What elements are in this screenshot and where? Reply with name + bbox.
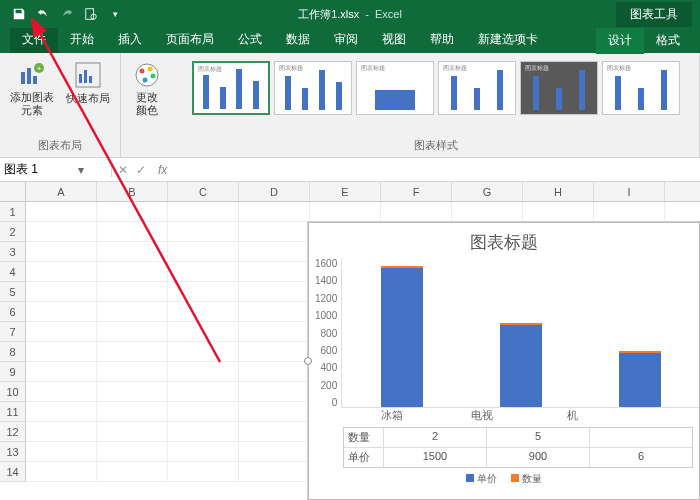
col-G[interactable]: G bbox=[452, 182, 523, 201]
cell[interactable] bbox=[26, 262, 97, 282]
row-header[interactable]: 2 bbox=[0, 222, 26, 242]
tab-formulas[interactable]: 公式 bbox=[226, 27, 274, 53]
tab-custom[interactable]: 新建选项卡 bbox=[466, 27, 550, 53]
cell[interactable] bbox=[594, 202, 665, 222]
cell[interactable] bbox=[239, 322, 310, 342]
cell[interactable] bbox=[97, 242, 168, 262]
col-I[interactable]: I bbox=[594, 182, 665, 201]
style-thumb-3[interactable]: 图表标题 bbox=[356, 61, 434, 115]
tab-design[interactable]: 设计 bbox=[596, 28, 644, 54]
undo-icon[interactable] bbox=[32, 3, 54, 25]
cell[interactable] bbox=[168, 202, 239, 222]
tab-file[interactable]: 文件 bbox=[10, 27, 58, 53]
name-box-dropdown-icon[interactable]: ▾ bbox=[74, 163, 88, 177]
cell[interactable] bbox=[26, 282, 97, 302]
cell[interactable] bbox=[239, 462, 310, 482]
cell[interactable] bbox=[168, 402, 239, 422]
cell[interactable] bbox=[26, 342, 97, 362]
style-thumb-1[interactable]: 图表标题 bbox=[192, 61, 270, 115]
enter-icon[interactable]: ✓ bbox=[136, 163, 146, 177]
col-D[interactable]: D bbox=[239, 182, 310, 201]
cell[interactable] bbox=[26, 402, 97, 422]
tab-view[interactable]: 视图 bbox=[370, 27, 418, 53]
cell[interactable] bbox=[239, 402, 310, 422]
cell[interactable] bbox=[239, 262, 310, 282]
cell[interactable] bbox=[26, 422, 97, 442]
preview-icon[interactable] bbox=[80, 3, 102, 25]
cell[interactable] bbox=[26, 242, 97, 262]
cell[interactable] bbox=[239, 442, 310, 462]
cell[interactable] bbox=[97, 382, 168, 402]
bar[interactable] bbox=[619, 351, 661, 407]
select-all-corner[interactable] bbox=[0, 182, 26, 201]
col-A[interactable]: A bbox=[26, 182, 97, 201]
col-C[interactable]: C bbox=[168, 182, 239, 201]
col-E[interactable]: E bbox=[310, 182, 381, 201]
chart-plot-area[interactable]: 16001400120010008006004002000 bbox=[309, 258, 699, 408]
name-box-input[interactable] bbox=[4, 163, 74, 177]
row-header[interactable]: 8 bbox=[0, 342, 26, 362]
cell[interactable] bbox=[97, 282, 168, 302]
cell[interactable] bbox=[239, 362, 310, 382]
cell[interactable] bbox=[239, 222, 310, 242]
row-header[interactable]: 5 bbox=[0, 282, 26, 302]
cell[interactable] bbox=[239, 302, 310, 322]
tab-format[interactable]: 格式 bbox=[644, 28, 692, 54]
tab-page-layout[interactable]: 页面布局 bbox=[154, 27, 226, 53]
change-colors-button[interactable]: 更改 颜色 bbox=[127, 57, 167, 119]
row-header[interactable]: 6 bbox=[0, 302, 26, 322]
cell[interactable] bbox=[26, 442, 97, 462]
row-header[interactable]: 1 bbox=[0, 202, 26, 222]
cell[interactable] bbox=[168, 322, 239, 342]
row-header[interactable]: 3 bbox=[0, 242, 26, 262]
tab-insert[interactable]: 插入 bbox=[106, 27, 154, 53]
cell[interactable] bbox=[97, 202, 168, 222]
style-thumb-2[interactable]: 图表标题 bbox=[274, 61, 352, 115]
cell[interactable] bbox=[26, 362, 97, 382]
cell[interactable] bbox=[168, 442, 239, 462]
cell[interactable] bbox=[168, 222, 239, 242]
row-header[interactable]: 13 bbox=[0, 442, 26, 462]
tab-review[interactable]: 审阅 bbox=[322, 27, 370, 53]
cell[interactable] bbox=[168, 282, 239, 302]
qat-customize-icon[interactable]: ▾ bbox=[104, 3, 126, 25]
cell[interactable] bbox=[97, 402, 168, 422]
style-thumb-6[interactable]: 图表标题 bbox=[602, 61, 680, 115]
bar[interactable] bbox=[381, 266, 423, 407]
add-chart-element-button[interactable]: + 添加图表 元素 bbox=[6, 57, 58, 119]
cell[interactable] bbox=[381, 202, 452, 222]
style-thumb-5[interactable]: 图表标题 bbox=[520, 61, 598, 115]
tab-home[interactable]: 开始 bbox=[58, 27, 106, 53]
row-header[interactable]: 9 bbox=[0, 362, 26, 382]
cell[interactable] bbox=[168, 382, 239, 402]
cell[interactable] bbox=[310, 202, 381, 222]
cell[interactable] bbox=[97, 302, 168, 322]
cell[interactable] bbox=[168, 422, 239, 442]
chart-title[interactable]: 图表标题 bbox=[309, 223, 699, 258]
cell[interactable] bbox=[452, 202, 523, 222]
row-header[interactable]: 7 bbox=[0, 322, 26, 342]
cell[interactable] bbox=[97, 222, 168, 242]
cell[interactable] bbox=[239, 422, 310, 442]
cell[interactable] bbox=[97, 462, 168, 482]
cell[interactable] bbox=[168, 302, 239, 322]
row-header[interactable]: 11 bbox=[0, 402, 26, 422]
resize-handle-left[interactable] bbox=[304, 357, 312, 365]
cancel-icon[interactable]: ✕ bbox=[118, 163, 128, 177]
cell[interactable] bbox=[239, 382, 310, 402]
cell[interactable] bbox=[168, 342, 239, 362]
tab-help[interactable]: 帮助 bbox=[418, 27, 466, 53]
quick-layout-button[interactable]: 快速布局 bbox=[62, 57, 114, 119]
cell[interactable] bbox=[97, 322, 168, 342]
col-B[interactable]: B bbox=[97, 182, 168, 201]
cell[interactable] bbox=[97, 362, 168, 382]
cell[interactable] bbox=[523, 202, 594, 222]
cell[interactable] bbox=[239, 342, 310, 362]
cell[interactable] bbox=[97, 422, 168, 442]
row-header[interactable]: 10 bbox=[0, 382, 26, 402]
cell[interactable] bbox=[97, 342, 168, 362]
bar[interactable] bbox=[500, 323, 542, 407]
save-icon[interactable] bbox=[8, 3, 30, 25]
cell[interactable] bbox=[97, 442, 168, 462]
row-header[interactable]: 12 bbox=[0, 422, 26, 442]
